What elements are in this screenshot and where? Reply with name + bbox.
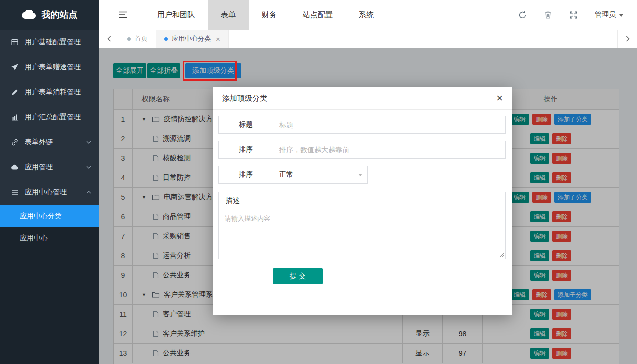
sidebar-subitem-app-center[interactable]: 应用中心 (0, 227, 99, 249)
chevron-down-icon (619, 14, 623, 17)
sidebar-item-label: 用户表单消耗管理 (25, 88, 81, 97)
description-label: 描述 (219, 192, 505, 209)
nav-item-system[interactable]: 系统 (346, 0, 387, 30)
status-select[interactable]: 正常 (273, 166, 368, 184)
top-navigation: 用户和团队 表单 财务 站点配置 系统 (144, 0, 387, 30)
sidebar: 用户基础配置管理 用户表单赠送管理 用户表单消耗管理 用户汇总配置管理 表单外链… (0, 30, 99, 364)
status-field-label: 排序 (218, 166, 273, 184)
send-icon (11, 63, 19, 71)
sidebar-item-label: 用户基础配置管理 (25, 38, 81, 47)
close-icon[interactable]: × (496, 93, 503, 104)
sidebar-item-label: 用户表单赠送管理 (25, 63, 81, 72)
admin-menu[interactable]: 管理员 (595, 10, 623, 19)
tabs-scroll-right-button[interactable] (617, 30, 637, 48)
cloud-logo-icon (22, 10, 37, 20)
modal-header: 添加顶级分类 × (213, 87, 512, 110)
sort-field-row: 排序 (218, 141, 506, 159)
refresh-icon[interactable] (518, 11, 527, 19)
app-window: 我的站点 用户和团队 表单 财务 站点配置 系统 管理员 (0, 0, 637, 364)
tab-app-center-category[interactable]: 应用中心分类 × (156, 30, 229, 48)
sidebar-item-label: 表单外链 (25, 138, 53, 147)
cloud-icon (11, 163, 19, 171)
bar-chart-icon (11, 113, 19, 121)
title-input[interactable] (273, 116, 506, 134)
status-select-value: 正常 (279, 170, 293, 179)
chevron-down-icon (358, 174, 362, 176)
tabbar: 首页 应用中心分类 × (99, 30, 637, 48)
tab-label: 应用中心分类 (172, 34, 211, 43)
fullscreen-icon[interactable] (569, 11, 578, 19)
tab-close-icon[interactable]: × (216, 35, 220, 43)
site-name: 我的站点 (42, 9, 78, 21)
sidebar-item-form-gift[interactable]: 用户表单赠送管理 (0, 55, 99, 80)
sidebar-item-app-management[interactable]: 应用管理 (0, 155, 99, 180)
sort-field-label: 排序 (218, 141, 273, 159)
nav-item-forms[interactable]: 表单 (208, 0, 249, 30)
description-field: 描述 (218, 192, 506, 259)
link-icon (11, 138, 19, 146)
modal-title: 添加顶级分类 (222, 94, 267, 103)
chevron-down-icon (86, 141, 91, 144)
sidebar-item-label: 用户汇总配置管理 (25, 113, 81, 122)
add-top-category-modal: 添加顶级分类 × 标题 排序 排序 正常 描述 提 交 (213, 87, 512, 315)
sidebar-item-app-center-management[interactable]: 应用中心管理 (0, 180, 99, 205)
sidebar-item-user-base-config[interactable]: 用户基础配置管理 (0, 30, 99, 55)
sort-input[interactable] (273, 141, 506, 159)
tab-dot-icon (164, 37, 168, 41)
list-menu-icon (11, 188, 19, 196)
topbar-actions: 管理员 (518, 10, 637, 19)
submit-button[interactable]: 提 交 (273, 268, 323, 284)
nav-item-finance[interactable]: 财务 (249, 0, 290, 30)
nav-item-site-config[interactable]: 站点配置 (290, 0, 346, 30)
nav-item-users-teams[interactable]: 用户和团队 (144, 0, 208, 30)
title-field-row: 标题 (218, 116, 506, 134)
sidebar-item-user-summary[interactable]: 用户汇总配置管理 (0, 105, 99, 130)
sidebar-item-form-consume[interactable]: 用户表单消耗管理 (0, 80, 99, 105)
pen-icon (11, 88, 19, 96)
tab-dot-icon (127, 37, 131, 41)
trash-icon[interactable] (544, 11, 552, 19)
chevron-down-icon (86, 166, 91, 169)
topbar: 我的站点 用户和团队 表单 财务 站点配置 系统 管理员 (0, 0, 637, 30)
tab-home[interactable]: 首页 (119, 30, 156, 48)
admin-label: 管理员 (595, 10, 616, 19)
resize-handle-icon[interactable] (499, 253, 504, 258)
chevron-up-icon (86, 191, 91, 194)
tabs-scroll-left-button[interactable] (99, 30, 119, 48)
sidebar-subitem-app-center-category[interactable]: 应用中心分类 (0, 205, 99, 227)
title-field-label: 标题 (218, 116, 273, 134)
site-logo[interactable]: 我的站点 (0, 0, 99, 30)
sidebar-item-form-external-link[interactable]: 表单外链 (0, 130, 99, 155)
tab-label: 首页 (135, 34, 148, 43)
description-textarea[interactable] (219, 209, 505, 259)
status-field-row: 排序 正常 (218, 166, 506, 184)
sidebar-toggle-icon[interactable] (108, 0, 138, 30)
sidebar-item-label: 应用中心管理 (25, 188, 67, 197)
sidebar-item-label: 应用管理 (25, 163, 53, 172)
grid-book-icon (11, 38, 19, 46)
